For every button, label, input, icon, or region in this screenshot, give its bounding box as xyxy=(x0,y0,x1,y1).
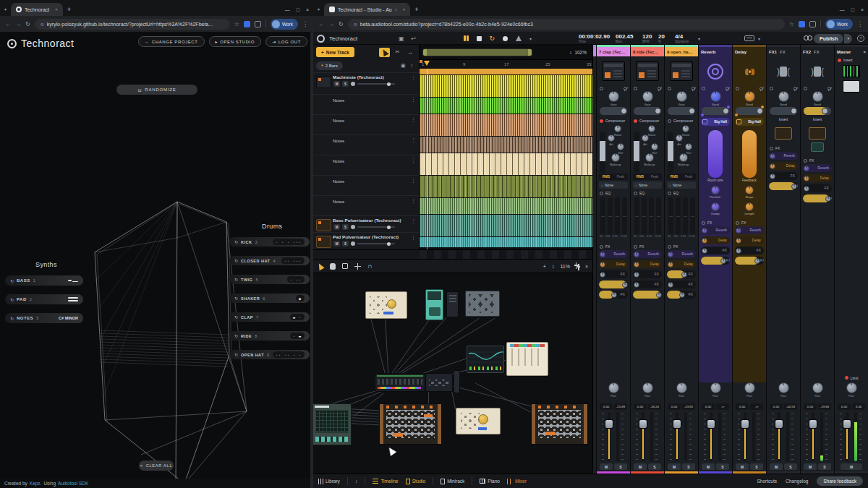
eq-band-slider[interactable] xyxy=(649,197,654,234)
ratio-knob[interactable] xyxy=(682,125,689,132)
panel-resize-icon[interactable]: ↕ xyxy=(355,479,358,484)
back-icon[interactable]: ← xyxy=(318,21,324,27)
send-knob[interactable] xyxy=(754,258,760,264)
mute-button[interactable]: M xyxy=(668,463,681,470)
send-slot-delay[interactable]: Delay xyxy=(803,174,832,182)
tab-audio-icon[interactable]: ♪ xyxy=(395,7,397,12)
pan-knob[interactable] xyxy=(710,382,721,393)
site-info-icon[interactable]: ⊜ xyxy=(354,22,357,27)
solo-button[interactable]: S xyxy=(784,463,797,470)
fader-handle[interactable] xyxy=(741,419,749,429)
channel-fader[interactable] xyxy=(631,411,664,463)
fader-handle[interactable] xyxy=(673,419,681,429)
snap-setting[interactable]: * 2 Bars xyxy=(316,61,343,70)
device-gray-knobs[interactable] xyxy=(465,291,500,317)
playhead-marker[interactable] xyxy=(424,61,430,66)
midi-chevron-icon[interactable]: ▾ xyxy=(758,36,760,41)
fader-value[interactable]: 0.00 xyxy=(838,403,851,410)
bottom-tab-timeline[interactable]: Timeline xyxy=(373,479,398,484)
track-menu-icon[interactable]: ⋮ xyxy=(411,198,416,204)
fader-handle[interactable] xyxy=(605,419,613,429)
rel-knob[interactable] xyxy=(651,143,658,150)
zoom-icon[interactable]: ↕ xyxy=(569,50,571,55)
bottom-tab-piano[interactable]: Piano xyxy=(480,479,500,484)
send-knob[interactable] xyxy=(812,91,823,102)
track-row[interactable]: Notes ⋮ xyxy=(313,94,419,114)
send-slot-fx[interactable]: FX xyxy=(735,247,764,254)
project-title[interactable]: Technoract xyxy=(329,35,357,42)
drum-row-kick[interactable]: ↻ KICK3 · · · ··· xyxy=(229,237,310,247)
app-button-log-out[interactable]: ⇥LOG OUT xyxy=(265,36,307,47)
address-bar[interactable]: ⊜ beta.audiotool.com/studio?project=d78b… xyxy=(348,19,785,30)
send-slot-fx[interactable]: FX xyxy=(701,247,730,254)
solo-button[interactable]: S xyxy=(648,463,661,470)
send-knob[interactable] xyxy=(736,238,741,244)
send-knob[interactable] xyxy=(770,163,775,169)
preset-select[interactable]: Big Hall xyxy=(735,118,764,126)
reroll-icon[interactable]: ↻ xyxy=(234,277,238,282)
ratio-knob[interactable] xyxy=(614,125,621,132)
send-knob[interactable] xyxy=(791,184,797,189)
gain-knob[interactable] xyxy=(642,91,653,102)
send-knob[interactable] xyxy=(622,282,628,288)
send-slot-reverb[interactable]: Reverb xyxy=(769,152,798,160)
solo-button[interactable]: S xyxy=(342,241,349,247)
gain-slider[interactable] xyxy=(634,107,661,115)
att-knob[interactable] xyxy=(608,134,615,142)
address-bar[interactable]: ⊜ kyrylo-polozyuk.github.io/technoract/?… xyxy=(35,19,230,30)
track-menu-icon[interactable]: ⋮ xyxy=(411,178,416,184)
track-menu-icon[interactable]: ⋮ xyxy=(411,117,416,123)
pan-knob[interactable] xyxy=(846,382,857,393)
rms-peak-toggle[interactable]: RMSPeak xyxy=(667,174,696,180)
compressor-power[interactable] xyxy=(668,119,671,123)
track-row[interactable]: Machiniste (Technoract) ⋮ M S xyxy=(313,72,419,94)
channel-name[interactable]: Delay xyxy=(733,47,766,56)
send-slider[interactable] xyxy=(804,107,831,115)
send-knob[interactable] xyxy=(736,228,741,234)
window-controls[interactable]: —□× xyxy=(285,7,309,12)
undo-icon[interactable]: ↩ xyxy=(412,35,417,42)
rel-knob[interactable] xyxy=(617,143,624,150)
channel-name[interactable]: Master × xyxy=(835,47,868,56)
send-slot-reverb[interactable]: Reverb xyxy=(701,226,730,234)
send-knob[interactable] xyxy=(634,272,639,278)
reroll-icon[interactable]: ↻ xyxy=(10,297,14,302)
scrollbar[interactable] xyxy=(310,32,313,488)
clip-lane[interactable] xyxy=(420,215,592,236)
back-icon[interactable]: ← xyxy=(5,21,11,27)
device-settings-icon[interactable] xyxy=(576,262,579,270)
mute-button[interactable]: M xyxy=(736,463,749,470)
rms-peak-toggle[interactable]: RMSPeak xyxy=(633,174,662,180)
send-knob[interactable] xyxy=(634,282,639,288)
drum-row-closed-hat[interactable]: ↻ CLOSED HAT4 ·· ··· xyxy=(229,256,310,265)
clip-lane[interactable] xyxy=(420,69,592,74)
track-row[interactable]: Notes ⋮ xyxy=(313,175,419,195)
send-knob[interactable] xyxy=(770,153,775,159)
send-slot-reverb[interactable]: Reverb xyxy=(803,164,832,172)
send-slot-fx[interactable]: FX xyxy=(599,281,628,288)
send-knob[interactable] xyxy=(804,166,809,171)
send-knob[interactable] xyxy=(668,252,673,257)
send-knob[interactable] xyxy=(710,91,721,102)
eq-band-slider[interactable] xyxy=(622,197,627,234)
transport-%[interactable]: 20% xyxy=(658,33,665,43)
send-knob[interactable] xyxy=(736,248,741,254)
volume-slider[interactable] xyxy=(357,243,395,244)
transport-signature[interactable]: 4/4Signature xyxy=(675,33,689,43)
track-row[interactable]: Notes ⋮ xyxy=(313,195,419,215)
preset-select[interactable]: Big Hall xyxy=(701,118,730,126)
bottom-link-changelog[interactable]: Changelog xyxy=(786,479,808,484)
clip-lane[interactable] xyxy=(420,114,592,136)
send-slot-delay[interactable]: Delay xyxy=(667,260,696,268)
mute-button[interactable]: M xyxy=(770,463,783,470)
canvas-zoom-level[interactable]: 11% xyxy=(560,264,570,269)
insert-row[interactable]: Insert xyxy=(835,56,868,64)
timeline-ruler[interactable]: 19172533 xyxy=(420,59,592,69)
track-row[interactable]: Notes ⋮ xyxy=(313,114,419,134)
device-thumbnail[interactable] xyxy=(316,236,331,248)
send-slider[interactable] xyxy=(770,107,797,115)
solo-button[interactable]: S xyxy=(342,224,349,230)
transport-chevron-icon[interactable]: ▾ xyxy=(529,36,532,41)
device-sliders-cream[interactable] xyxy=(506,342,548,376)
send-slot-fx[interactable]: FX xyxy=(599,291,628,299)
